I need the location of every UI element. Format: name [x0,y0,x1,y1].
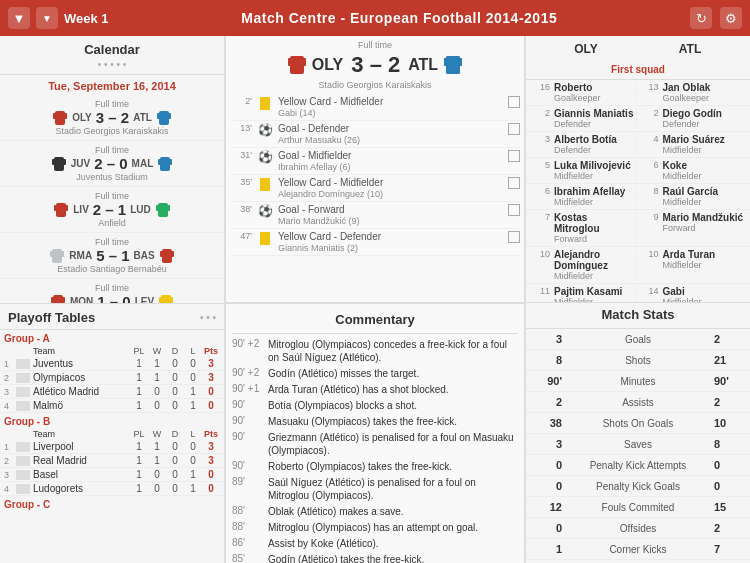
playoff-title: Playoff Tables [8,310,95,325]
table-row: 4 Malmö 1 0 0 1 0 [0,399,224,413]
squad-row: 10 Alejandro Domínguez Midfielder 10 Ard… [526,247,750,284]
event-type-icon: ⚽ [256,150,274,164]
match-time: Full time [8,145,216,155]
home-jersey-icon [50,294,66,304]
away-jersey-icon [156,110,172,126]
home-jersey-icon [286,54,308,76]
commentary-panel: Commentary 90' +2 Mitroglou (Olympiacos)… [226,303,524,563]
match-score-row: RMA 5 – 1 BAS [8,247,216,264]
svg-rect-11 [168,159,172,165]
away-jersey-icon [442,54,464,76]
commentary-row: 90' +2 Mitroglou (Olympiacos) concedes a… [232,338,518,364]
event-type-icon: ⚽ [256,123,274,137]
away-team-label: ATL [638,42,742,56]
match-item[interactable]: Full time LIV 2 – 1 LUD Anfield [0,187,224,233]
match-time: Full time [8,191,216,201]
top-bar-left: ▼ ▼ Week 1 [8,7,109,29]
home-jersey-icon [49,248,65,264]
bottom-panels: Playoff Tables • • • Group - A Team PL W… [0,303,750,563]
event-checkbox [508,204,520,216]
stats-row: 3 Goals 2 [526,329,750,350]
squad-header: OLY ATL [526,36,750,62]
playoff-header: Playoff Tables • • • [0,304,224,330]
event-checkbox [508,123,520,135]
match-score-row: OLY 3 – 2 ATL [8,109,216,126]
week-label: Week 1 [64,11,109,26]
svg-rect-2 [63,113,67,119]
svg-rect-39 [456,58,462,66]
commentary-row: 88' Oblak (Atlético) makes a save. [232,505,518,518]
stats-row: 90' Minutes 90' [526,371,750,392]
commentary-row: 88' Mitroglou (Olympiacos) has an attemp… [232,521,518,534]
commentary-row: 89' Saúl Níguez (Atlético) is penalised … [232,476,518,502]
calendar-panel: Calendar • • • • • Tue, September 16, 20… [0,36,225,303]
svg-rect-23 [170,251,174,257]
commentary-row: 90' Masuaku (Olympiacos) takes the free-… [232,415,518,428]
away-jersey-icon [155,202,171,218]
match-stats-panel: Match Stats 3 Goals 2 8 Shots 21 90' Min… [525,303,750,563]
event-row: 2' Yellow Card - Midfielder Gabi (14) [230,94,520,121]
match-main-score: OLY 3 – 2 ATL [226,50,524,80]
home-jersey-icon [51,156,67,172]
stadium-label: Stadio Georgios Karaiskakis [226,80,524,90]
squad-row: 3 Alberto Botía Defender 4 Mario Suárez … [526,132,750,158]
table-row: 3 Atlético Madrid 1 0 0 1 0 [0,385,224,399]
match-item[interactable]: Full time OLY 3 – 2 ATL Stadio Georgios … [0,95,224,141]
stats-row: 0 Penalty Kick Attempts 0 [526,455,750,476]
settings-icon[interactable]: ⚙ [720,7,742,29]
commentary-row: 86' Assist by Koke (Atlético). [232,537,518,550]
table-row: 1 Juventus 1 1 0 0 3 [0,357,224,371]
match-centre-header: Full time OLY 3 – 2 ATL Stadio Georgios … [226,36,524,92]
squad-row: 11 Pajtim Kasami Midfielder 14 Gabi Midf… [526,284,750,303]
match-score-row: MON 1 – 0 LEV [8,293,216,303]
squad-row: 6 Ibrahim Afellay Midfielder 8 Raúl Garc… [526,184,750,210]
stats-row: 8 Shots 21 [526,350,750,371]
refresh-icon[interactable]: ↻ [690,7,712,29]
events-list: 2' Yellow Card - Midfielder Gabi (14) 13… [226,92,524,287]
commentary-row: 90' +2 Godín (Atlético) misses the targe… [232,367,518,380]
svg-rect-13 [54,205,58,211]
svg-rect-28 [159,297,163,303]
playoff-tables-content: Group - A Team PL W D L Pts 1 Juventus 1… [0,330,224,511]
match-stats-header: Match Stats [526,303,750,329]
table-header: Team PL W D L Pts [0,428,224,440]
group-label: Group - A [0,330,224,345]
svg-rect-38 [444,58,450,66]
event-type-icon: ⚽ [256,204,274,218]
commentary-row: 90' +1 Arda Turan (Atlético) has a shot … [232,383,518,396]
calendar-dots: • • • • • [0,59,224,70]
stats-row: 12 Fouls Commited 15 [526,497,750,518]
top-bar: ▼ ▼ Week 1 Match Centre - European Footb… [0,0,750,36]
stats-rows-list: 3 Goals 2 8 Shots 21 90' Minutes 90' 2 A… [526,329,750,563]
svg-rect-1 [53,113,57,119]
top-bar-right: ↻ ⚙ [690,7,742,29]
match-item[interactable]: Full time RMA 5 – 1 BAS Estadio Santiago… [0,233,224,279]
match-score-row: LIV 2 – 1 LUD [8,201,216,218]
commentary-row: 90' Roberto (Olympiacos) takes the free-… [232,460,518,473]
event-row: 31' ⚽ Goal - Midfielder Ibrahim Afellay … [230,148,520,175]
away-jersey-icon [159,248,175,264]
svg-rect-10 [158,159,162,165]
svg-rect-16 [156,205,160,211]
match-item[interactable]: Full time JUV 2 – 0 MAL Juventus Stadium [0,141,224,187]
page-title: Match Centre - European Football 2014-20… [241,10,557,26]
main-score: 3 – 2 [351,52,400,78]
table-row: 2 Olympiacos 1 1 0 0 3 [0,371,224,385]
svg-rect-31 [288,58,294,66]
event-row: 38' ⚽ Goal - Forward Mario Mandžukić (9) [230,202,520,229]
table-row: 2 Real Madrid 1 1 0 0 3 [0,454,224,468]
home-jersey-icon [52,110,68,126]
calendar-header: Calendar • • • • • [0,36,224,75]
away-team-abbr: ATL [408,56,438,74]
commentary-row: 85' Godín (Atlético) takes the free-kick… [232,553,518,563]
calendar-date: Tue, September 16, 2014 [0,75,224,95]
event-type-icon [256,177,274,191]
dropdown-icon[interactable]: ▼ [36,7,58,29]
table-row: 1 Liverpool 1 1 0 0 3 [0,440,224,454]
svg-rect-32 [300,58,306,66]
svg-rect-22 [160,251,164,257]
filter-icon[interactable]: ▼ [8,7,30,29]
match-centre-panel: Full time OLY 3 – 2 ATL Stadio Georgios … [226,36,524,303]
squad-row: 7 Kostas Mitroglou Forward 9 Mario Mandž… [526,210,750,247]
match-item[interactable]: Full time MON 1 – 0 LEV Stade Louis II [0,279,224,303]
